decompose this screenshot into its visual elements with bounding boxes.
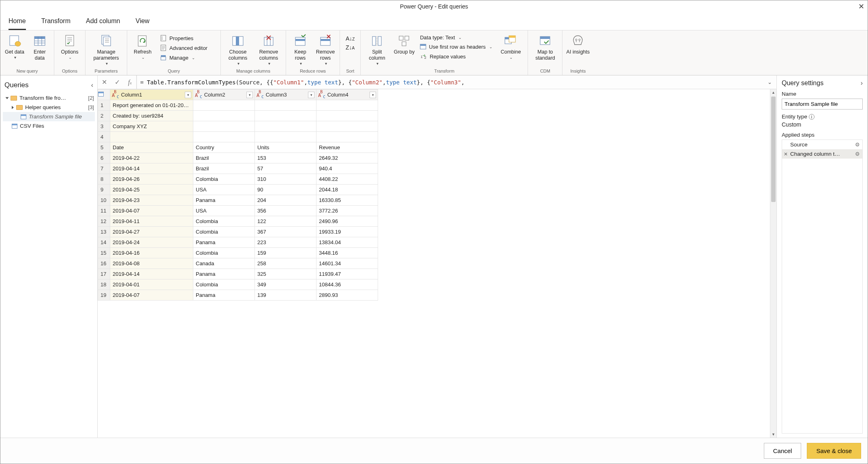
table-cell[interactable]: 356	[255, 206, 316, 216]
table-row[interactable]: 182019-04-01Colombia34910844.36	[98, 279, 378, 290]
row-number[interactable]: 15	[98, 248, 110, 258]
table-row[interactable]: 152019-04-16Colombia1593448.16	[98, 248, 378, 258]
table-cell[interactable]: 14601.34	[316, 258, 378, 269]
table-cell[interactable]: Colombia	[193, 174, 255, 185]
row-number[interactable]: 10	[98, 195, 110, 206]
table-cell[interactable]	[193, 132, 255, 142]
column-header[interactable]: BColumn1▾	[110, 90, 193, 100]
delete-step-icon[interactable]: ✕	[784, 151, 788, 157]
table-row[interactable]: 102019-04-23Panama20416330.85	[98, 195, 378, 206]
table-cell[interactable]	[255, 121, 316, 132]
row-number[interactable]: 16	[98, 258, 110, 269]
table-cell[interactable]: 349	[255, 279, 316, 290]
table-cell[interactable]: 153	[255, 153, 316, 163]
tab-add-column[interactable]: Add column	[86, 15, 120, 30]
row-number[interactable]: 3	[98, 121, 110, 132]
table-cell[interactable]: Units	[255, 142, 316, 153]
table-row[interactable]: 3Company XYZ	[98, 121, 378, 132]
row-number[interactable]: 5	[98, 142, 110, 153]
table-cell[interactable]: 940.4	[316, 163, 378, 174]
table-cell[interactable]: 325	[255, 269, 316, 279]
table-cell[interactable]	[193, 111, 255, 121]
table-cell[interactable]: 2019-04-25	[110, 185, 193, 195]
table-row[interactable]: 1Report generated on 01-01-20…	[98, 100, 378, 111]
gear-icon[interactable]: ⚙	[855, 151, 860, 157]
table-cell[interactable]	[316, 132, 378, 142]
table-row[interactable]: 2Created by: user9284	[98, 111, 378, 121]
advanced-editor-button[interactable]: Advanced editor	[158, 43, 217, 52]
table-cell[interactable]: 90	[255, 185, 316, 195]
column-header[interactable]: BColumn4▾	[316, 90, 378, 100]
queries-item[interactable]: CSV Files	[3, 121, 95, 131]
table-row[interactable]: 162019-04-08Canada25814601.34	[98, 258, 378, 269]
row-number[interactable]: 2	[98, 111, 110, 121]
scroll-down-icon[interactable]: ▼	[770, 431, 776, 438]
queries-item[interactable]: Transform Sample file	[3, 112, 95, 121]
formula-commit-button[interactable]: ✓	[111, 75, 124, 89]
table-cell[interactable]: 204	[255, 195, 316, 206]
scroll-up-icon[interactable]: ▲	[770, 89, 776, 96]
table-cell[interactable]: 2649.32	[316, 153, 378, 163]
row-number[interactable]: 14	[98, 237, 110, 248]
table-cell[interactable]: Report generated on 01-01-20…	[110, 100, 193, 111]
table-cell[interactable]: 2019-04-08	[110, 258, 193, 269]
split-column-button[interactable]: Split column▾	[363, 32, 391, 68]
refresh-button[interactable]: Refresh ⌄	[130, 32, 156, 62]
table-cell[interactable]	[193, 100, 255, 111]
get-data-button[interactable]: Get data▾	[3, 32, 26, 62]
table-cell[interactable]: 2019-04-07	[110, 290, 193, 301]
table-cell[interactable]	[255, 111, 316, 121]
table-cell[interactable]: 2019-04-11	[110, 216, 193, 227]
options-button[interactable]: Options ⌄	[57, 32, 83, 62]
manage-button[interactable]: Manage ⌄	[158, 53, 217, 62]
column-header[interactable]: BColumn3▾	[255, 90, 316, 100]
collapse-settings-icon[interactable]: ›	[861, 79, 863, 87]
table-row[interactable]: 172019-04-14Panama32511939.47	[98, 269, 378, 279]
table-cell[interactable]	[316, 100, 378, 111]
column-filter-button[interactable]: ▾	[370, 92, 376, 98]
table-cell[interactable]: USA	[193, 206, 255, 216]
table-cell[interactable]	[255, 100, 316, 111]
map-to-standard-button[interactable]: Map to standard	[530, 32, 560, 63]
data-grid[interactable]: BColumn1▾BColumn2▾BColumn3▾BColumn4▾1Rep…	[98, 89, 378, 301]
column-header[interactable]: BColumn2▾	[193, 90, 255, 100]
formula-input[interactable]: = Table.TransformColumnTypes (Source, {{…	[137, 75, 763, 89]
table-cell[interactable]: Canada	[193, 258, 255, 269]
query-name-input[interactable]	[782, 99, 863, 110]
table-cell[interactable]: Revenue	[316, 142, 378, 153]
table-cell[interactable]	[316, 111, 378, 121]
table-cell[interactable]	[193, 121, 255, 132]
table-row[interactable]: 122019-04-11Colombia1222490.96	[98, 216, 378, 227]
table-cell[interactable]: 11939.47	[316, 269, 378, 279]
table-cell[interactable]: 159	[255, 248, 316, 258]
table-cell[interactable]: 223	[255, 237, 316, 248]
table-row[interactable]: 72019-04-14Brazil57940.4	[98, 163, 378, 174]
table-cell[interactable]: 122	[255, 216, 316, 227]
table-cell[interactable]: Colombia	[193, 227, 255, 237]
table-cell[interactable]	[255, 132, 316, 142]
scroll-thumb[interactable]	[771, 97, 776, 202]
manage-parameters-button[interactable]: Manage parameters▾	[88, 32, 124, 68]
table-cell[interactable]	[110, 132, 193, 142]
row-number[interactable]: 13	[98, 227, 110, 237]
tab-home[interactable]: Home	[9, 15, 26, 30]
table-cell[interactable]	[316, 121, 378, 132]
queries-folder[interactable]: Helper queries[3]	[3, 103, 95, 112]
row-number[interactable]: 1	[98, 100, 110, 111]
table-row[interactable]: 5DateCountryUnitsRevenue	[98, 142, 378, 153]
vertical-scrollbar[interactable]: ▲ ▼	[770, 89, 776, 438]
close-icon[interactable]: ✕	[858, 2, 864, 11]
choose-columns-button[interactable]: Choose columns▾	[223, 32, 252, 68]
tab-transform[interactable]: Transform	[41, 15, 71, 30]
gear-icon[interactable]: ⚙	[855, 142, 860, 148]
row-number[interactable]: 8	[98, 174, 110, 185]
row-number[interactable]: 19	[98, 290, 110, 301]
table-cell[interactable]: 139	[255, 290, 316, 301]
table-cell[interactable]: Panama	[193, 269, 255, 279]
applied-step[interactable]: ✕Changed column t…⚙	[782, 149, 862, 159]
row-number-header[interactable]	[98, 90, 110, 100]
table-cell[interactable]: Company XYZ	[110, 121, 193, 132]
table-cell[interactable]: 57	[255, 163, 316, 174]
remove-rows-button[interactable]: Remove rows▾	[314, 32, 337, 68]
table-cell[interactable]: 2019-04-27	[110, 227, 193, 237]
